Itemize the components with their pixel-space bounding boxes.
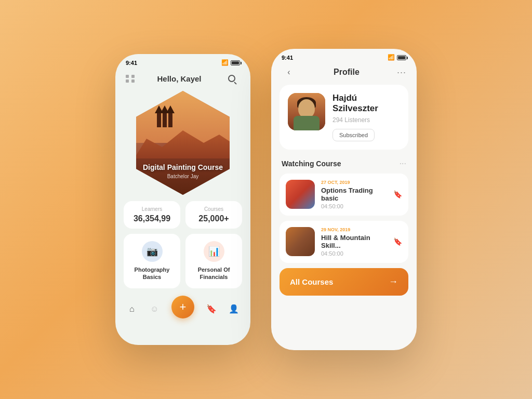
course-date-2: 29 NOV, 2019 [321, 227, 387, 232]
thumb-image-1 [286, 180, 315, 209]
course-duration-2: 04:50:00 [321, 250, 387, 257]
menu-icon[interactable] [126, 75, 135, 83]
course-info-2: 29 NOV, 2019 Hill & Mountain Skill... 04… [321, 227, 387, 257]
card-author: Batchelor Jay [131, 174, 235, 179]
card-text: Digital Painting Course Batchelor Jay [131, 163, 235, 179]
photography-label: Photography Basics [130, 266, 174, 281]
thumb-image-2 [286, 227, 315, 256]
status-icons-right: 📶 [388, 54, 406, 61]
user-icon: 👤 [228, 303, 240, 315]
search-icon [228, 75, 235, 82]
hero-card-container: Digital Painting Course Batchelor Jay [121, 91, 245, 195]
hero-card-bg [131, 91, 235, 195]
categories-row: 📷 Photography Basics 📊 Personal Of Finan… [124, 234, 242, 288]
avatar-body [294, 116, 320, 130]
bookmark-button-2[interactable]: 🔖 [393, 237, 402, 246]
nav-bookmark[interactable]: 🔖 [206, 303, 217, 315]
all-courses-button[interactable]: All Courses → [280, 268, 408, 296]
avatar-head [298, 99, 315, 118]
avatar [288, 93, 325, 130]
right-header: ‹ Profile ··· [271, 63, 417, 85]
status-bar-left: 9:41 📶 [115, 54, 250, 68]
profile-info: Hajdú Szilveszter 294 Listeners Subscrib… [332, 93, 400, 141]
learners-value: 36,354,99 [130, 214, 174, 223]
status-icons-left: 📶 [221, 59, 240, 66]
subscribe-button[interactable]: Subscribed [332, 129, 375, 141]
left-phone: 9:41 📶 Hello, Kayel [115, 54, 250, 345]
stat-courses: Courses 25,000+ [185, 201, 242, 229]
financials-label: Personal Of Financials [192, 266, 236, 281]
greeting: Hello, Kayel [157, 74, 201, 83]
watching-more-button[interactable]: ··· [400, 159, 406, 168]
battery-icon-left [231, 60, 240, 65]
courses-label: Courses [192, 206, 236, 212]
profile-name: Hajdú Szilveszter [332, 93, 400, 114]
watching-header: Watching Course ··· [271, 157, 417, 174]
wifi-icon-right: 📶 [388, 54, 395, 61]
course-name-2: Hill & Mountain Skill... [321, 234, 387, 249]
time-right: 9:41 [282, 55, 293, 61]
trees [157, 112, 172, 127]
course-name-1: Options Trading basic [321, 187, 387, 202]
all-courses-label: All Courses [290, 277, 333, 286]
card-title: Digital Painting Course [131, 163, 235, 172]
photography-icon: 📷 [142, 241, 163, 262]
home-icon: ⌂ [126, 303, 138, 315]
battery-icon-right [397, 55, 406, 60]
bottom-nav: ⌂ ☺ + 🔖 👤 [115, 295, 250, 327]
category-financials[interactable]: 📊 Personal Of Financials [185, 234, 242, 288]
bookmark-icon: 🔖 [206, 303, 217, 315]
course-card-1[interactable]: 27 OCT, 2019 Options Trading basic 04:50… [280, 174, 408, 216]
nav-add-button[interactable]: + [171, 296, 194, 318]
course-duration-1: 04:50:00 [321, 203, 387, 209]
chart-icon: 📊 [208, 246, 220, 257]
status-bar-right: 9:41 📶 [271, 49, 417, 63]
left-header: Hello, Kayel [115, 68, 250, 91]
course-thumb-1 [286, 180, 315, 209]
nav-chat[interactable]: ☺ [149, 303, 160, 315]
course-card-2[interactable]: 29 NOV, 2019 Hill & Mountain Skill... 04… [280, 221, 408, 263]
stats-row: Learners 36,354,99 Courses 25,000+ [124, 201, 242, 229]
course-thumb-2 [286, 227, 315, 256]
right-phone: 9:41 📶 ‹ Profile ··· Hajdú [271, 49, 417, 350]
bookmark-button-1[interactable]: 🔖 [393, 190, 402, 198]
profile-section: Hajdú Szilveszter 294 Listeners Subscrib… [280, 85, 408, 150]
tree-2 [163, 112, 167, 127]
course-date-1: 27 OCT, 2019 [321, 180, 387, 185]
avatar-illustration [288, 93, 325, 130]
profile-listeners: 294 Listeners [332, 116, 400, 124]
nav-home[interactable]: ⌂ [126, 303, 138, 315]
back-button[interactable]: ‹ [282, 65, 296, 79]
arrow-right-icon: → [389, 276, 398, 287]
financials-icon: 📊 [204, 241, 224, 262]
category-photography[interactable]: 📷 Photography Basics [124, 234, 180, 288]
learners-label: Learners [130, 206, 174, 212]
courses-value: 25,000+ [192, 214, 236, 223]
chat-icon: ☺ [149, 303, 160, 315]
camera-icon: 📷 [147, 246, 158, 257]
stat-learners: Learners 36,354,99 [124, 201, 180, 229]
more-button[interactable]: ··· [397, 67, 406, 78]
wifi-icon: 📶 [221, 59, 229, 66]
nav-profile[interactable]: 👤 [228, 303, 240, 315]
tree-1 [157, 112, 161, 127]
hero-card[interactable]: Digital Painting Course Batchelor Jay [131, 91, 235, 195]
course-info-1: 27 OCT, 2019 Options Trading basic 04:50… [321, 180, 387, 209]
time-left: 9:41 [126, 60, 137, 66]
search-button[interactable] [223, 70, 240, 87]
page-title: Profile [334, 68, 360, 77]
tree-3 [168, 112, 172, 127]
watching-title: Watching Course [282, 159, 341, 168]
